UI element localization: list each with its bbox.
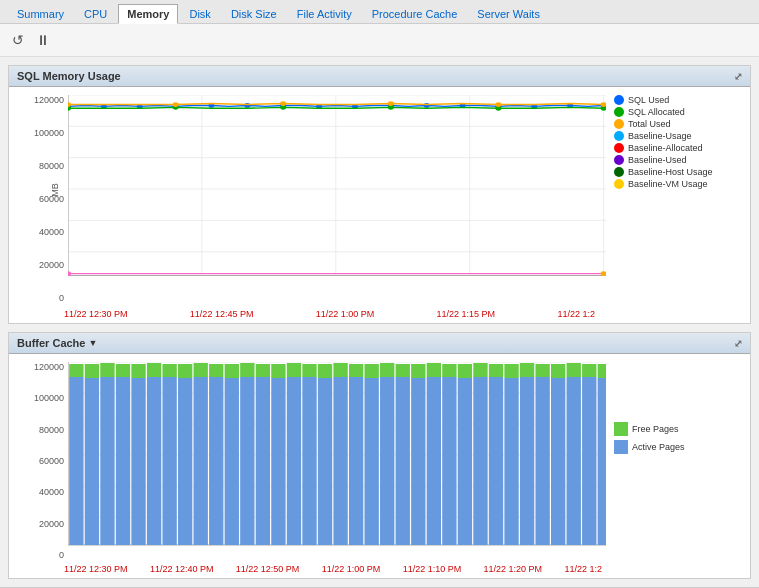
buffer-legend: Free Pages Active Pages bbox=[606, 362, 746, 560]
legend-active-pages: Active Pages bbox=[614, 440, 746, 454]
svg-rect-69 bbox=[209, 377, 223, 545]
svg-rect-111 bbox=[535, 377, 549, 545]
legend-baseline-allocated: Baseline-Allocated bbox=[614, 143, 746, 153]
svg-rect-71 bbox=[225, 378, 239, 545]
memory-chart: MB bbox=[68, 95, 606, 295]
svg-rect-56 bbox=[100, 363, 114, 377]
svg-rect-95 bbox=[411, 378, 425, 545]
svg-rect-73 bbox=[240, 377, 254, 545]
svg-rect-102 bbox=[458, 364, 472, 378]
svg-rect-99 bbox=[442, 377, 456, 545]
svg-rect-53 bbox=[85, 378, 99, 545]
svg-rect-82 bbox=[302, 364, 316, 377]
svg-rect-108 bbox=[504, 364, 518, 378]
svg-rect-91 bbox=[380, 377, 394, 545]
baseline-allocated-color bbox=[614, 143, 624, 153]
memory-y-axis: 120000 100000 80000 60000 40000 20000 0 bbox=[13, 95, 68, 303]
svg-rect-51 bbox=[69, 377, 83, 545]
tab-file-activity[interactable]: File Activity bbox=[288, 4, 361, 23]
memory-y-label: MB bbox=[50, 183, 60, 197]
legend-free-pages: Free Pages bbox=[614, 422, 746, 436]
svg-rect-55 bbox=[100, 377, 114, 545]
pause-button[interactable]: ⏸ bbox=[34, 30, 52, 50]
svg-rect-58 bbox=[116, 364, 130, 377]
memory-panel-header: SQL Memory Usage ⤢ bbox=[9, 66, 750, 87]
baseline-vm-color bbox=[614, 179, 624, 189]
svg-rect-96 bbox=[411, 364, 425, 378]
svg-point-37 bbox=[388, 101, 394, 106]
svg-rect-88 bbox=[349, 364, 363, 377]
svg-rect-62 bbox=[147, 363, 161, 377]
svg-rect-67 bbox=[194, 377, 208, 545]
svg-rect-61 bbox=[147, 377, 161, 545]
svg-rect-106 bbox=[489, 364, 503, 377]
svg-rect-104 bbox=[473, 363, 487, 377]
svg-point-38 bbox=[495, 102, 501, 107]
svg-rect-100 bbox=[442, 364, 456, 377]
svg-rect-112 bbox=[535, 364, 549, 377]
legend-sql-allocated: SQL Allocated bbox=[614, 107, 746, 117]
svg-rect-78 bbox=[271, 364, 285, 378]
svg-rect-66 bbox=[178, 364, 192, 378]
svg-rect-54 bbox=[85, 364, 99, 378]
svg-rect-57 bbox=[116, 377, 130, 545]
total-used-color bbox=[614, 119, 624, 129]
svg-rect-114 bbox=[551, 364, 565, 378]
buffer-panel-header: Buffer Cache ▼ ⤢ bbox=[9, 333, 750, 354]
nav-tabs: Summary CPU Memory Disk Disk Size File A… bbox=[0, 0, 759, 24]
buffer-dropdown-icon[interactable]: ▼ bbox=[88, 338, 97, 348]
svg-rect-92 bbox=[380, 363, 394, 377]
memory-panel: SQL Memory Usage ⤢ 120000 100000 80000 6… bbox=[8, 65, 751, 324]
sql-allocated-color bbox=[614, 107, 624, 117]
svg-rect-110 bbox=[520, 363, 534, 377]
svg-rect-76 bbox=[256, 364, 270, 377]
svg-rect-64 bbox=[162, 364, 176, 377]
svg-rect-103 bbox=[473, 377, 487, 545]
svg-rect-119 bbox=[598, 378, 606, 545]
svg-rect-83 bbox=[318, 378, 332, 545]
tab-procedure-cache[interactable]: Procedure Cache bbox=[363, 4, 467, 23]
tab-server-waits[interactable]: Server Waits bbox=[468, 4, 549, 23]
tab-summary[interactable]: Summary bbox=[8, 4, 73, 23]
svg-rect-87 bbox=[349, 377, 363, 545]
buffer-panel-title-area: Buffer Cache ▼ bbox=[17, 337, 97, 349]
memory-panel-body: 120000 100000 80000 60000 40000 20000 0 bbox=[9, 87, 750, 307]
legend-baseline-used: Baseline-Used bbox=[614, 155, 746, 165]
svg-rect-113 bbox=[551, 378, 565, 545]
legend-total-used: Total Used bbox=[614, 119, 746, 129]
buffer-chart bbox=[68, 362, 606, 552]
tab-disk-size[interactable]: Disk Size bbox=[222, 4, 286, 23]
tab-disk[interactable]: Disk bbox=[180, 4, 219, 23]
svg-rect-81 bbox=[302, 377, 316, 545]
svg-rect-89 bbox=[364, 378, 378, 545]
free-pages-color bbox=[614, 422, 628, 436]
memory-expand-icon[interactable]: ⤢ bbox=[734, 71, 742, 82]
svg-rect-107 bbox=[504, 378, 518, 545]
svg-rect-115 bbox=[567, 377, 581, 545]
svg-point-36 bbox=[280, 101, 286, 106]
buffer-panel: Buffer Cache ▼ ⤢ 120000 100000 80000 600… bbox=[8, 332, 751, 579]
svg-rect-105 bbox=[489, 377, 503, 545]
legend-baseline-usage: Baseline-Usage bbox=[614, 131, 746, 141]
tab-cpu[interactable]: CPU bbox=[75, 4, 116, 23]
svg-rect-65 bbox=[178, 378, 192, 545]
svg-rect-70 bbox=[209, 364, 223, 377]
svg-rect-52 bbox=[69, 364, 83, 377]
svg-rect-60 bbox=[131, 364, 145, 378]
svg-rect-79 bbox=[287, 377, 301, 545]
svg-rect-101 bbox=[458, 378, 472, 545]
tab-memory[interactable]: Memory bbox=[118, 4, 178, 24]
svg-rect-68 bbox=[194, 363, 208, 377]
svg-rect-109 bbox=[520, 377, 534, 545]
svg-rect-118 bbox=[582, 364, 596, 377]
svg-rect-98 bbox=[427, 363, 441, 377]
baseline-host-color bbox=[614, 167, 624, 177]
legend-sql-used: SQL Used bbox=[614, 95, 746, 105]
buffer-expand-icon[interactable]: ⤢ bbox=[734, 338, 742, 349]
refresh-button[interactable]: ↺ bbox=[10, 30, 26, 50]
svg-rect-77 bbox=[271, 378, 285, 545]
memory-legend: SQL Used SQL Allocated Total Used Baseli… bbox=[606, 95, 746, 303]
svg-rect-90 bbox=[364, 364, 378, 378]
legend-baseline-vm: Baseline-VM Usage bbox=[614, 179, 746, 189]
svg-rect-117 bbox=[582, 377, 596, 545]
